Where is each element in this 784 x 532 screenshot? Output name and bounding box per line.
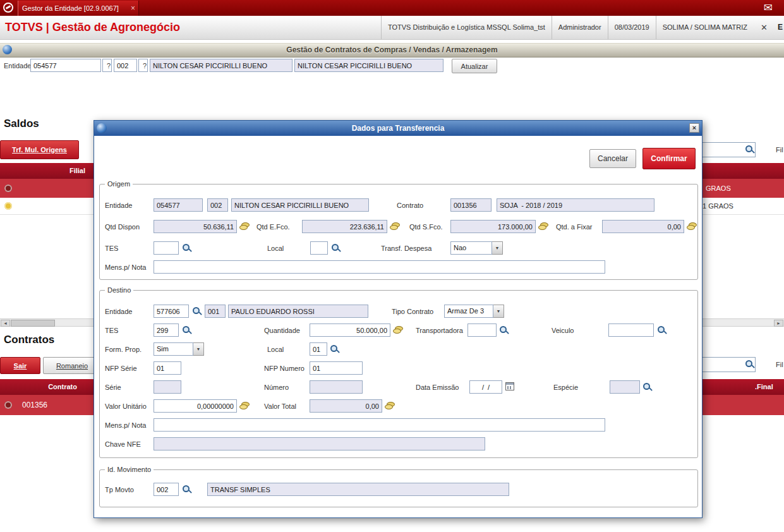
veiculo-input[interactable] (608, 323, 654, 337)
contrato-number: 001356 (22, 395, 47, 415)
origem-local-label: Local (267, 241, 284, 255)
serie-label: Série (105, 380, 121, 394)
chevron-down-icon[interactable]: ▼ (492, 241, 503, 255)
entidade-code-help-button[interactable]: ? (102, 59, 112, 72)
nfp-numero-input[interactable] (310, 361, 363, 375)
qtd-fixar-field (602, 220, 684, 233)
nfp-serie-input[interactable] (154, 361, 181, 375)
sair-button[interactable]: Sair (0, 357, 40, 374)
atualizar-button[interactable]: Atualizar (452, 59, 497, 73)
transf-despesa-value: Nao (450, 241, 492, 255)
cancelar-button[interactable]: Cancelar (589, 149, 636, 168)
chave-nfe-field (154, 437, 485, 450)
data-emissao-label: Data Emissão (416, 380, 459, 394)
money-icon (239, 402, 250, 410)
entidade-code-input[interactable] (30, 59, 101, 72)
destino-local-label: Local (267, 342, 284, 356)
origem-tes-input[interactable] (154, 241, 179, 255)
search-icon[interactable] (182, 243, 191, 253)
numero-field (310, 380, 363, 394)
user-label: Administrador (552, 16, 608, 39)
date-label: 08/03/2019 (608, 16, 656, 39)
scrollbar-thumb[interactable] (11, 320, 55, 327)
header-edge-text: E (778, 16, 783, 39)
valor-unitario-label: Valor Unitário (105, 399, 147, 413)
environment-label: TOTVS Distribuição e Logística MSSQL Sol… (381, 16, 552, 39)
destino-mens-input[interactable] (154, 418, 605, 432)
contratos-search-input[interactable] (694, 357, 756, 372)
mail-icon[interactable]: ✉ (764, 1, 773, 16)
status-icon (4, 202, 12, 210)
destino-entidade-nome (228, 305, 368, 318)
valor-total-label: Valor Total (264, 399, 296, 413)
origem-group: Origem Entidade Contrato Qtd Dispon Qtd … (99, 184, 698, 280)
status-icon (4, 401, 12, 409)
destino-tes-label: TES (105, 323, 118, 337)
search-icon[interactable] (330, 344, 339, 354)
chevron-down-icon[interactable]: ▼ (193, 342, 204, 356)
form-prop-select[interactable]: Sim ▼ (154, 342, 204, 356)
dialog-title: Dados para Transferencia (352, 124, 445, 133)
search-icon[interactable] (745, 360, 754, 370)
search-icon[interactable] (182, 325, 191, 336)
saldos-search-input[interactable] (694, 142, 756, 157)
entidade-name-confirm-field (294, 59, 443, 72)
destino-tes-input[interactable] (154, 323, 179, 337)
dialog-close-icon[interactable]: × (689, 123, 699, 133)
transf-despesa-select[interactable]: Nao ▼ (450, 241, 503, 255)
tipo-contrato-value: Armaz De 3 (444, 305, 493, 318)
especie-input[interactable] (610, 380, 640, 394)
search-icon[interactable] (499, 325, 509, 336)
qtd-sfco-field (450, 220, 536, 233)
entidade-store-help-button[interactable]: ? (138, 59, 148, 72)
confirmar-button[interactable]: Confirmar (642, 148, 696, 169)
destino-local-input[interactable] (310, 342, 327, 356)
chevron-down-icon[interactable]: ▼ (493, 305, 504, 318)
saldos-heading: Saldos (4, 118, 39, 130)
calendar-icon[interactable] (505, 382, 514, 390)
origem-mens-input[interactable] (154, 260, 605, 274)
entidade-store-input[interactable] (114, 59, 137, 72)
especie-label: Espécie (553, 380, 578, 394)
data-emissao-input[interactable] (469, 380, 502, 394)
header-close-icon[interactable]: ✕ (761, 16, 768, 39)
origem-contrato-label: Contrato (397, 198, 423, 212)
status-icon (4, 184, 12, 192)
search-icon[interactable] (331, 243, 341, 253)
origem-contrato-codigo (450, 198, 492, 212)
destino-entidade-codigo-input[interactable] (154, 305, 189, 318)
numero-label: Número (264, 380, 289, 394)
routine-icon (3, 45, 12, 54)
tipo-contrato-select[interactable]: Armaz De 3 ▼ (444, 305, 504, 318)
search-icon[interactable] (642, 382, 652, 392)
origem-contrato-desc (497, 198, 654, 212)
destino-legend: Destino (105, 286, 133, 294)
valor-unitario-input[interactable] (154, 399, 237, 413)
app-tab[interactable]: Gestor da Entidade [02.9.0067] × (18, 1, 139, 16)
qtd-efco-field (302, 220, 387, 233)
qtd-sfco-label: Qtd S.Fco. (409, 220, 443, 234)
tab-close-icon[interactable]: × (131, 1, 135, 16)
saldos-row-right-text: 1 GRAOS (703, 198, 733, 215)
screen: Gestor da Entidade [02.9.0067] × ✉ TOTVS… (0, 0, 784, 532)
saldos-col-filial: Filial (25, 163, 85, 179)
scroll-right-icon[interactable]: ► (774, 320, 783, 327)
search-icon[interactable] (192, 306, 202, 317)
search-icon[interactable] (182, 485, 191, 495)
entidade-label: Entidade (4, 59, 31, 73)
tp-movto-label: Tp Movto (105, 483, 134, 497)
search-icon[interactable] (657, 325, 666, 336)
origem-local-input[interactable] (310, 241, 328, 255)
quantidade-input[interactable] (310, 323, 390, 337)
tp-movto-input[interactable] (154, 483, 179, 496)
money-icon (239, 222, 250, 231)
trf-mul-origens-button[interactable]: Trf. Mul. Origens (0, 140, 79, 159)
contratos-col-final: .Final (755, 379, 773, 395)
search-icon[interactable] (745, 145, 754, 155)
scroll-left-icon[interactable]: ◄ (1, 320, 10, 327)
qtd-efco-label: Qtd E.Fco. (256, 220, 290, 234)
destino-mens-label: Mens.p/ Nota (105, 418, 146, 432)
romaneio-button[interactable]: Romaneio (43, 357, 101, 374)
transportadora-input[interactable] (467, 323, 497, 337)
company-label: SOLIMA / SOLIMA MATRIZ (656, 16, 754, 39)
